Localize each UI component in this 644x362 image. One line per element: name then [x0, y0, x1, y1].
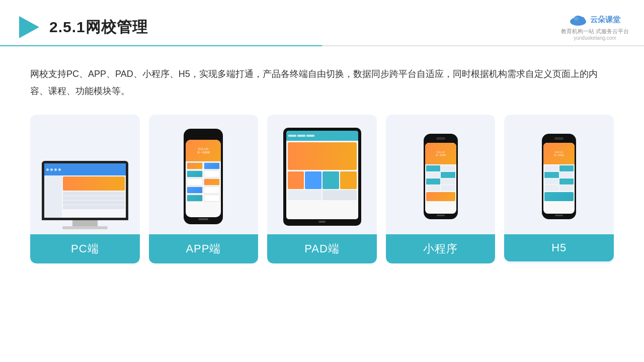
- header: 2.5.1网校管理 云朵课堂 教育机构一站 式服务云平台 yunduoketan…: [0, 0, 644, 45]
- pc-nav-dot: [50, 168, 53, 171]
- device-card-app: 职达人的第一堂网课: [149, 115, 259, 263]
- pc-rows: [63, 192, 124, 209]
- phone-sm-row: [544, 178, 574, 185]
- play-icon: [15, 14, 41, 40]
- phone-mockup-app: 职达人的第一堂网课: [184, 129, 223, 224]
- phone-card-row: [187, 178, 220, 186]
- pc-nav-dot: [46, 168, 49, 171]
- phone-sm-header-h5: 职达人的第一堂网课: [543, 143, 575, 164]
- phone-sm-notch: [436, 137, 445, 140]
- phone-sm-home-h5: [555, 215, 563, 216]
- phone-sm-block: [441, 172, 455, 178]
- phone-card-row: [187, 162, 220, 169]
- phone-sm-header-text: 职达人的第一堂网课: [436, 151, 446, 156]
- phone-sm-block: [559, 165, 574, 171]
- pc-stand: [72, 220, 98, 226]
- phone-sm-block: [426, 178, 441, 185]
- device-label-h5: H5: [504, 234, 614, 261]
- svg-point-5: [574, 17, 579, 21]
- pad-mockup: [283, 128, 361, 226]
- device-label-miniprogram: 小程序: [386, 234, 496, 263]
- pc-base: [62, 226, 108, 229]
- device-label-pc: PC端: [30, 234, 140, 263]
- phone-mini-card: [187, 170, 203, 177]
- logo-tagline: 教育机构一站 式服务云平台: [561, 28, 629, 35]
- pc-row: [63, 196, 124, 200]
- pc-main-area: [62, 175, 125, 218]
- device-card-pad: PAD端: [267, 115, 377, 263]
- pc-row: [63, 192, 124, 196]
- phone-sm-home: [437, 215, 445, 216]
- pad-card: [323, 171, 339, 189]
- pad-cards: [288, 171, 357, 189]
- header-divider: [0, 45, 644, 46]
- phone-sm-block: [441, 178, 455, 185]
- phone-sm-header-text-h5: 职达人的第一堂网课: [554, 151, 564, 156]
- device-card-miniprogram: 职达人的第一堂网课: [386, 115, 496, 263]
- phone-sm-block: [559, 178, 574, 185]
- pc-screen-outer: [42, 161, 128, 220]
- phone-card-row: [187, 170, 220, 177]
- phone-sm-block: [544, 172, 559, 178]
- cloud-icon: [569, 14, 587, 27]
- pad-banner: [288, 142, 357, 170]
- device-label-app: APP端: [149, 234, 259, 263]
- phone-sm-body-h5: [543, 164, 575, 202]
- logo-cloud: 云朵课堂: [569, 14, 620, 27]
- phone-sm-block: [559, 172, 574, 178]
- pc-banner: [63, 176, 124, 191]
- phone-mini-card: [187, 178, 203, 186]
- pad-nav-item: [306, 135, 314, 137]
- phone-mini-card: [187, 162, 203, 169]
- svg-marker-0: [19, 16, 39, 38]
- phone-sm-block: [544, 185, 559, 191]
- phone-sm-block: [426, 172, 441, 178]
- phone-sm-notch-h5: [554, 137, 564, 140]
- main-content: 网校支持PC、APP、PAD、小程序、H5，实现多端打通，产品各终端自由切换，数…: [0, 50, 644, 274]
- pc-body: [44, 175, 126, 218]
- phone-mini-card: [204, 170, 220, 177]
- phone-sm-block: [559, 185, 574, 191]
- phone-header: 职达人的第一堂网课: [186, 140, 221, 161]
- pc-nav-dot: [54, 168, 57, 171]
- description-text: 网校支持PC、APP、PAD、小程序、H5，实现多端打通，产品各终端自由切换，数…: [30, 65, 614, 100]
- phone-notch: [198, 133, 209, 136]
- pc-mockup-container: [36, 124, 134, 229]
- phone-sm-header: 职达人的第一堂网课: [425, 143, 456, 164]
- phone-sm-block: [441, 165, 455, 171]
- page-title: 2.5.1网校管理: [49, 17, 148, 38]
- logo-area: 云朵课堂 教育机构一站 式服务云平台 yunduoketang.com: [561, 14, 629, 41]
- pad-card: [288, 171, 304, 189]
- device-card-pc: PC端: [30, 115, 140, 263]
- phone-mini-card: [187, 195, 203, 202]
- logo-name: 云朵课堂: [590, 15, 620, 25]
- phone-sm-mockup-miniprogram: 职达人的第一堂网课: [424, 134, 458, 219]
- phone-sm-block: [426, 165, 441, 171]
- app-mockup-container: 职达人的第一堂网课: [155, 124, 253, 229]
- phone-sm-block: [441, 185, 455, 191]
- pad-card: [305, 171, 321, 189]
- pc-nav: [44, 163, 126, 175]
- pc-row: [63, 205, 124, 209]
- phone-mini-card: [204, 187, 220, 194]
- pc-sidebar: [44, 175, 62, 218]
- pc-screen-content: [44, 163, 126, 218]
- h5-mockup-container: 职达人的第一堂网课: [510, 124, 608, 229]
- phone-mini-card: [204, 178, 220, 186]
- phone-sm-row: [426, 185, 455, 191]
- phone-sm-row: [544, 172, 574, 178]
- header-left: 2.5.1网校管理: [15, 14, 148, 40]
- pad-top-bar: [286, 131, 358, 141]
- pad-home-btn: [318, 221, 326, 223]
- device-card-h5: 职达人的第一堂网课: [504, 115, 614, 263]
- pad-screen: [286, 131, 358, 219]
- phone-sm-row: [544, 185, 574, 191]
- phone-mini-card: [187, 187, 203, 194]
- phone-sm-block: [544, 178, 559, 185]
- phone-sm-block: [426, 185, 441, 191]
- phone-sm-screen: 职达人的第一堂网课: [425, 143, 456, 214]
- phone-body: [186, 161, 221, 203]
- phone-sm-block: [544, 165, 559, 171]
- pad-mockup-container: [273, 124, 371, 229]
- phone-header-text: 职达人的第一堂网课: [197, 147, 210, 154]
